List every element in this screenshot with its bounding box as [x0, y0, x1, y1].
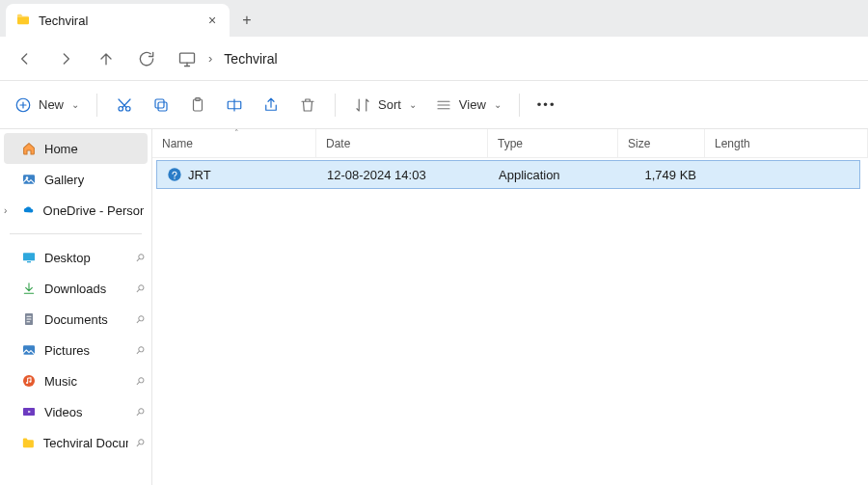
column-size[interactable]: Size	[618, 129, 705, 157]
pictures-icon	[21, 342, 37, 358]
pc-icon	[177, 49, 197, 68]
view-button[interactable]: View ⌄	[434, 95, 502, 115]
up-button[interactable]	[96, 49, 116, 68]
column-name[interactable]: Name˄	[152, 129, 316, 157]
chevron-right-icon[interactable]: ›	[4, 205, 7, 216]
share-button[interactable]	[261, 95, 281, 115]
plus-circle-icon	[14, 95, 33, 115]
desktop-icon	[21, 250, 37, 265]
tab-title: Techviral	[39, 13, 197, 28]
downloads-icon	[21, 281, 37, 296]
toolbar: New ⌄ Sort ⌄ View ⌄ •••	[0, 81, 868, 129]
delete-button[interactable]	[298, 95, 317, 115]
svg-point-16	[26, 382, 28, 384]
sidebar-item-home[interactable]: Home	[4, 133, 148, 164]
svg-point-19	[168, 168, 180, 180]
file-date: 12-08-2024 14:03	[317, 168, 489, 182]
content-pane: Name˄ Date Type Size Length JRT 12-08-20…	[152, 129, 868, 485]
sidebar-item-pictures[interactable]: Pictures ⚲	[0, 335, 151, 365]
new-label: New	[39, 97, 64, 112]
sidebar-item-documents[interactable]: Documents ⚲	[0, 304, 151, 335]
folder-icon	[15, 12, 31, 30]
column-length[interactable]: Length	[705, 129, 868, 157]
onedrive-icon	[21, 202, 36, 218]
pin-icon: ⚲	[133, 251, 148, 265]
sidebar: Home Gallery › OneDrive - Persona Deskto…	[0, 129, 152, 485]
sidebar-item-videos[interactable]: Videos ⚲	[0, 396, 151, 427]
svg-rect-11	[23, 253, 35, 260]
copy-button[interactable]	[151, 95, 171, 115]
address-bar[interactable]: › Techviral	[177, 49, 278, 68]
paste-button[interactable]	[188, 95, 207, 115]
file-size: 1,749 KB	[619, 168, 706, 182]
sidebar-item-label: Videos	[44, 405, 83, 419]
close-icon[interactable]: ×	[204, 13, 220, 28]
sidebar-item-label: Music	[44, 374, 77, 389]
view-label: View	[459, 97, 486, 112]
sidebar-item-desktop[interactable]: Desktop ⚲	[0, 242, 151, 273]
address-location: Techviral	[224, 51, 277, 67]
tab-strip: Techviral × +	[0, 0, 868, 37]
sidebar-item-techviral-docs[interactable]: Techviral Docum ⚲	[0, 427, 151, 458]
chevron-down-icon: ⌄	[494, 99, 502, 110]
svg-rect-5	[155, 99, 164, 108]
sidebar-item-label: Downloads	[44, 282, 106, 296]
sort-icon	[353, 95, 372, 115]
body: Home Gallery › OneDrive - Persona Deskto…	[0, 129, 868, 485]
file-name: JRT	[188, 168, 211, 182]
documents-icon	[21, 311, 37, 327]
svg-point-15	[23, 375, 35, 387]
sidebar-item-label: Home	[44, 142, 78, 156]
music-icon	[21, 373, 37, 389]
sidebar-item-music[interactable]: Music ⚲	[0, 365, 151, 396]
sidebar-item-label: Documents	[44, 312, 108, 327]
pin-icon: ⚲	[133, 436, 148, 450]
pin-icon: ⚲	[133, 374, 148, 389]
svg-point-17	[29, 381, 31, 383]
view-icon	[434, 95, 453, 115]
app-icon	[167, 167, 182, 182]
sort-label: Sort	[378, 97, 401, 112]
separator	[519, 94, 520, 117]
chevron-down-icon: ⌄	[409, 99, 417, 110]
refresh-button[interactable]	[137, 49, 156, 68]
column-date[interactable]: Date	[316, 129, 488, 157]
forward-button[interactable]	[56, 49, 75, 68]
new-button[interactable]: New ⌄	[14, 95, 79, 115]
svg-point-20	[174, 177, 175, 178]
videos-icon	[21, 404, 37, 419]
sort-asc-icon: ˄	[234, 128, 239, 138]
separator	[96, 94, 97, 117]
folder-icon	[21, 435, 36, 450]
sidebar-item-label: Desktop	[44, 251, 91, 265]
pin-icon: ⚲	[133, 282, 148, 296]
sidebar-separator	[10, 233, 142, 234]
chevron-down-icon: ⌄	[71, 99, 79, 110]
file-row[interactable]: JRT 12-08-2024 14:03 Application 1,749 K…	[156, 160, 860, 189]
sidebar-item-label: Gallery	[44, 173, 84, 187]
separator	[335, 94, 336, 117]
sidebar-item-label: Techviral Docum	[43, 436, 128, 450]
sort-button[interactable]: Sort ⌄	[353, 95, 417, 115]
svg-rect-12	[27, 261, 31, 262]
tab-techviral[interactable]: Techviral ×	[6, 4, 230, 37]
sidebar-item-onedrive[interactable]: › OneDrive - Persona	[0, 195, 151, 226]
cut-button[interactable]	[115, 95, 134, 115]
column-type[interactable]: Type	[488, 129, 618, 157]
more-button[interactable]: •••	[537, 97, 556, 112]
sidebar-item-label: OneDrive - Persona	[43, 203, 144, 218]
gallery-icon	[21, 172, 37, 187]
rename-button[interactable]	[225, 95, 244, 115]
svg-rect-0	[180, 53, 195, 63]
sidebar-item-gallery[interactable]: Gallery	[0, 164, 151, 195]
chevron-right-icon: ›	[208, 51, 212, 66]
pin-icon: ⚲	[133, 312, 148, 327]
new-tab-button[interactable]: +	[230, 4, 264, 37]
back-button[interactable]	[15, 49, 35, 68]
nav-bar: › Techviral	[0, 37, 868, 81]
pin-icon: ⚲	[133, 405, 148, 419]
sidebar-item-downloads[interactable]: Downloads ⚲	[0, 273, 151, 304]
pin-icon: ⚲	[133, 343, 148, 358]
file-type: Application	[489, 168, 619, 182]
svg-rect-4	[158, 102, 167, 111]
